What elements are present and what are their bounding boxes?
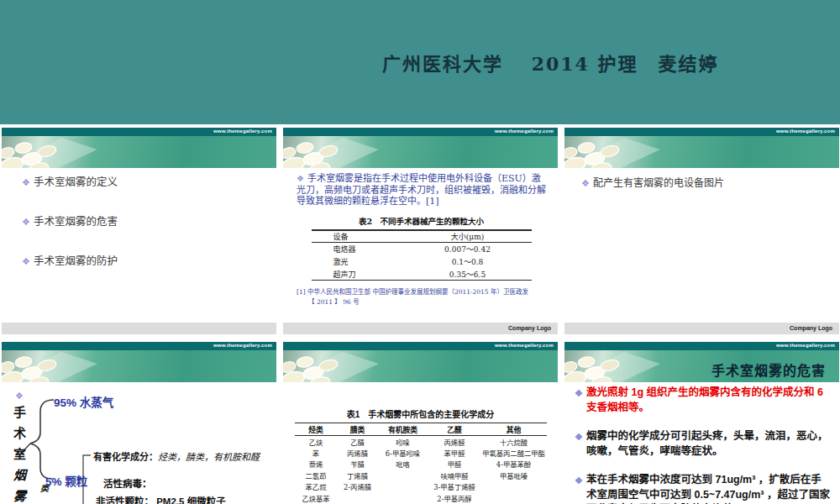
table1-cell: 丙烯腈: [338, 447, 378, 459]
table1-cell: 丙烯醛: [428, 436, 481, 448]
vertical-title-part2: 烟雾: [12, 469, 26, 504]
slide6-title: 手术室烟雾的危害: [711, 360, 826, 380]
active-virus-item: 活性病毒：: [103, 476, 152, 490]
table1-cell: 甲醛: [428, 459, 481, 470]
slide-top-bar: www.themegallery.com: [564, 342, 839, 350]
slide2-content: ❖手术室烟雾是指在手术过程中使用电外科设备（ESU）激光刀，高频电刀或者超声手术…: [283, 168, 558, 323]
table2-title: 表2 不同手术器械产生的颗粒大小: [312, 215, 532, 227]
surgical-lamps-icon: [2, 136, 99, 168]
footnote-line2: 【 2011 】 96 号: [297, 297, 546, 307]
table1-cell: [378, 470, 428, 481]
diamond-bullet-icon: ❖: [575, 387, 583, 400]
hazard-bullet-benzene: ❖苯在手术烟雾中浓度可达到 71ug/m³ ，扩散后在手术室周围空气中可达到 0…: [575, 473, 831, 504]
harmful-chemicals-label: 有害化学成分：: [93, 452, 158, 462]
slide-footer-strip: [2, 323, 276, 334]
table1-cell: 4-甲基苯酚: [481, 459, 547, 470]
table1-cell: 二氢茚: [295, 470, 338, 481]
particle-size-table-block: 表2 不同手术器械产生的颗粒大小 设备 大小(μm) 电烙器 0.007～0.4…: [312, 215, 532, 281]
hazard-bullet-laser-text: 激光照射 1g 组织产生的烟雾内含有的化学成分和 6 支香烟相等。: [586, 386, 823, 413]
hazard-bullet-symptoms-text: 烟雾中的化学成分可引起头疼，头晕，流泪，恶心，咳嗽，气管炎，哮喘等症状。: [586, 430, 828, 457]
top-banner: 广州医科大学 2014 护理 麦结婷: [0, 0, 840, 124]
slide-header-band: [564, 136, 839, 168]
slide-thumbnail-5: www.themegallery.com 表1 手术烟雾中所包含的主要化学成分 …: [283, 342, 558, 504]
table1-cell: 2-丙烯腈: [338, 481, 378, 493]
table1-cell: [481, 492, 547, 504]
table1-cell: [378, 492, 428, 504]
slide-top-bar: www.themegallery.com: [283, 342, 558, 350]
diamond-bullet-icon: ❖: [15, 391, 24, 402]
vertical-title-surgical-smoke: 手术室烟雾: [10, 406, 28, 504]
slide-thumbnail-1: www.themegallery.com ❖手术室烟雾的定义 ❖手术室烟雾的危害…: [2, 128, 276, 334]
equipment-caption-label: 配产生有害烟雾的电设备图片: [593, 177, 724, 189]
diamond-bullet-icon: ❖: [22, 177, 30, 187]
table-row: 萘烯 苄腈 吡咯 甲醛 4-甲基苯酚: [295, 459, 547, 470]
slide-thumbnail-2: www.themegallery.com ❖手术室烟雾是指在手术过程中使用电外科…: [283, 128, 558, 334]
table-row: 二氢茚 丁烯腈 呋喃甲醛 甲基吡嗪: [295, 470, 547, 481]
watermark-text: www.themegallery.com: [776, 129, 835, 134]
hazard-bullet-benzene-text: 苯在手术烟雾中浓度可达到 71ug/m³ ，扩散后在手术室周围空气中可达到 0.…: [586, 474, 830, 504]
table-row: 苯乙烷 2-丙烯腈 3-甲基丁烯醛: [295, 481, 547, 493]
slide-thumbnail-6: www.themegallery.com 手术室烟雾的危害 ❖激光照射 1g 组…: [564, 342, 839, 504]
watermark-text: www.themegallery.com: [213, 343, 272, 348]
table2-header-device: 设备: [312, 230, 404, 243]
diamond-bullet-icon: ❖: [575, 431, 583, 444]
surgical-lamps-icon: [564, 136, 662, 168]
slide-header-band: [2, 350, 276, 382]
slide-thumbnail-3: www.themegallery.com ❖配产生有害烟雾的电设备图片 Comp…: [564, 128, 839, 334]
diamond-bullet-icon: ❖: [581, 178, 590, 188]
agenda-item-label: 手术室烟雾的定义: [34, 176, 118, 188]
slide-header-band: [283, 136, 558, 168]
table1-header: 其他: [481, 423, 547, 436]
table1-cell: 6-甲基吲哚: [378, 447, 428, 459]
slide-top-bar: www.themegallery.com: [2, 342, 276, 350]
table1-cell: 苯: [295, 447, 338, 459]
table2-header-size: 大小(μm): [404, 230, 532, 243]
table1-cell: [338, 492, 378, 504]
table1-header: 乙醛: [428, 423, 481, 436]
table1-cell: 3-甲基丁烯醛: [428, 481, 481, 493]
diamond-bullet-icon: ❖: [575, 475, 583, 487]
page-title: 广州医科大学 2014 护理 麦结婷: [382, 49, 719, 76]
table1-cell: 乙炔基苯: [295, 492, 338, 504]
diamond-bullet-icon: ❖: [22, 217, 30, 227]
diamond-bullet-icon: ❖: [297, 174, 304, 183]
slide-footer-strip: Company Logo: [564, 323, 839, 334]
chemical-composition-table: 烃类 腈类 有机胺类 乙醛 其他 乙炔 乙腈 吲哚 丙烯醛: [295, 423, 547, 504]
table1-cell: 呋喃甲醛: [428, 470, 481, 481]
slide1-content: ❖手术室烟雾的定义 ❖手术室烟雾的危害 ❖手术室烟雾的防护: [2, 168, 276, 323]
footnote-line1: [1] 中华人民共和国卫生部 中国护理事业发展规划纲要（2011-2015 年）…: [297, 287, 546, 297]
table1-header: 有机胺类: [378, 423, 428, 436]
table1-cell: 苯乙烷: [295, 481, 338, 493]
table1-cell: 苯甲醛: [428, 447, 481, 459]
agenda-item: ❖手术室烟雾的定义: [22, 173, 276, 189]
table1-cell: 十六烷酸: [481, 436, 547, 448]
table1-cell: 乙炔: [295, 436, 338, 448]
particle-size-table: 设备 大小(μm) 电烙器 0.007～0.42 激光 0.1～0.: [312, 229, 532, 281]
table2-cell: 激光: [312, 255, 404, 268]
table-row: 电烙器 0.007～0.42: [312, 243, 532, 255]
slide-thumbnail-4: www.themegallery.com ❖ 手术室烟雾 类: [2, 342, 276, 504]
table-row: 激光 0.1～0.8: [312, 255, 532, 268]
watermark-text: www.themegallery.com: [495, 343, 554, 348]
table1-cell: 甲氧基丙二酸二甲酯: [481, 447, 547, 459]
equipment-caption: ❖配产生有害烟雾的电设备图片: [581, 175, 831, 189]
harmful-chemicals-item: 有害化学成分：烃类，腈类，有机胺和醛: [93, 449, 260, 463]
hazard-bullet-laser: ❖激光照射 1g 组织产生的烟雾内含有的化学成分和 6 支香烟相等。: [575, 386, 831, 415]
slide-top-bar: www.themegallery.com: [2, 128, 276, 136]
table-row: 超声刀 0.35～6.5: [312, 268, 532, 281]
watermark-text: www.themegallery.com: [213, 129, 272, 134]
agenda-item-label: 手术室烟雾的危害: [34, 216, 118, 228]
diamond-bullet-icon: ❖: [22, 256, 30, 266]
chemical-composition-table-block: 表1 手术烟雾中所包含的主要化学成分 烃类 腈类 有机胺类 乙醛 其他: [295, 407, 547, 504]
table1-cell: 丁烯腈: [338, 470, 378, 481]
company-logo-text: Company Logo: [508, 325, 551, 331]
slides-handout-page: 广州医科大学 2014 护理 麦结婷 www.themegallery.com …: [0, 0, 840, 504]
table2-cell: 超声刀: [312, 268, 404, 281]
table1-cell: 苄腈: [338, 459, 378, 470]
definition-paragraph: ❖手术室烟雾是指在手术过程中使用电外科设备（ESU）激光刀，高频电刀或者超声手术…: [297, 173, 546, 207]
slide6-content: ❖激光照射 1g 组织产生的烟雾内含有的化学成分和 6 支香烟相等。 ❖烟雾中的…: [564, 382, 839, 504]
table1-cell: 乙腈: [338, 436, 378, 448]
harmful-chemicals-value: 烃类，腈类，有机胺和醛: [158, 452, 260, 462]
surgical-lamps-icon: [283, 136, 381, 168]
table1-cell: [481, 481, 547, 493]
